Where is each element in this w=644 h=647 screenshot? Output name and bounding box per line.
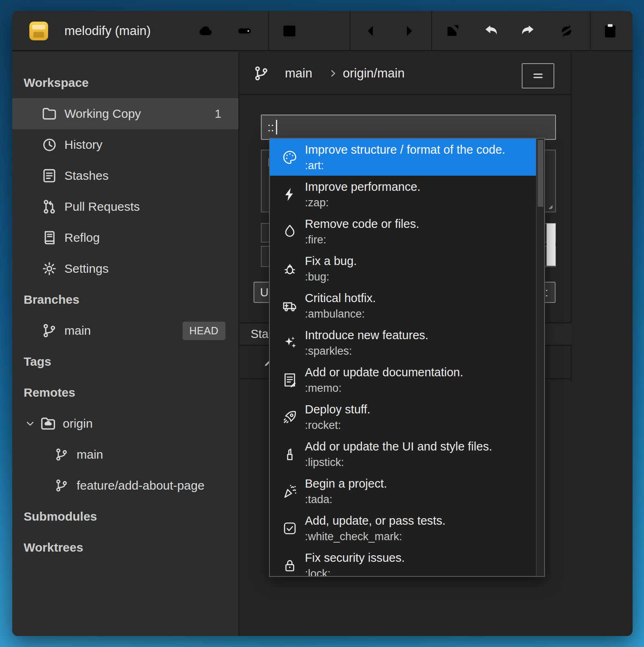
autocomplete-item-memo[interactable]: Add or update documentation.:memo: [270,361,536,398]
summary-text: :: [267,120,274,134]
autocomplete-item-white_check_mark[interactable]: Add, update, or pass tests.:white_check_… [270,510,536,547]
sidebar-item-history[interactable]: History [12,129,238,160]
sidebar-section-branches: Branches [12,284,238,315]
autocomplete-scrollbar[interactable] [536,139,544,576]
redo-icon[interactable] [519,22,537,40]
autocomplete-item-art[interactable]: Improve structure / format of the code.:… [270,139,536,176]
autocomplete-item-title: Begin a project. [305,475,387,492]
sidebar-item-feature-add-about-page[interactable]: feature/add-about-page [12,470,238,501]
sidebar-item-pull-requests[interactable]: Pull Requests [12,191,238,222]
sidebar: WorkspaceWorking Copy1HistoryStashesPull… [12,52,239,636]
share-icon[interactable] [443,22,461,40]
autocomplete-item-title: Add, update, or pass tests. [305,512,446,529]
autocomplete-item-title: Critical hotfix. [305,290,376,307]
commit-topbar: main origin/main [240,52,571,95]
fire-icon [281,223,298,240]
sidebar-item-stashes[interactable]: Stashes [12,160,238,191]
clipboard-icon[interactable] [601,22,619,40]
sidebar-section-submodules: Submodules [12,501,238,532]
autocomplete-item-title: Introduce new features. [305,327,428,344]
autocomplete-item-title: Add or update documentation. [305,364,463,381]
branch-icon [41,322,58,339]
scrollbar-thumb-white[interactable] [547,223,556,266]
toolbar-separator [590,11,591,51]
wand-icon[interactable] [319,22,337,40]
autocomplete-item-ambulance[interactable]: Critical hotfix.:ambulance: [270,287,536,324]
folder-icon [41,105,58,122]
branch-icon [54,447,69,462]
autocomplete-item-code: :rocket: [305,418,371,433]
autocomplete-item-fire[interactable]: Remove code or files.:fire: [270,213,536,250]
autocomplete-item-zap[interactable]: Improve performance.:zap: [270,176,536,213]
sidebar-item-settings[interactable]: Settings [12,253,238,284]
window-title: melodify (main) [64,11,151,51]
unstage-button-label: U [260,286,269,299]
sidebar-item-working-copy[interactable]: Working Copy1 [12,98,238,129]
autocomplete-item-title: Add or update the UI and style files. [305,438,492,455]
undo-icon[interactable] [482,22,500,40]
autocomplete-item-code: :memo: [305,381,463,396]
autocomplete-item-title: Fix security issues. [305,550,405,566]
toolbar-separator [431,11,432,51]
pull-request-icon [41,198,58,215]
resize-grip-icon[interactable] [544,200,554,210]
toolbar-separator [350,11,351,51]
memo-icon [281,371,298,389]
autocomplete-item-lock[interactable]: Fix security issues.:lock: [270,547,536,576]
breadcrumb-branch[interactable]: main [285,52,312,95]
app-window: melodify (main) WorkspaceWorking Copy1Hi… [12,11,633,636]
text-caret [276,120,277,135]
branch-icon [252,64,270,82]
branch-icon [54,478,69,493]
checkout-icon[interactable] [280,22,298,40]
art-icon [281,149,298,166]
sidebar-section-tags: Tags [12,346,238,377]
sidebar-item-main[interactable]: main [12,439,238,470]
autocomplete-item-bug[interactable]: Fix a bug.:bug: [270,250,536,287]
autocomplete-item-code: :ambulance: [305,307,376,322]
autocomplete-item-code: :white_check_mark: [305,529,446,544]
head-badge: HEAD [183,322,225,340]
autocomplete-item-sparkles[interactable]: Introduce new features.:sparkles: [270,324,536,361]
sidebar-section-workspace: Workspace [12,67,238,98]
autocomplete-item-code: :zap: [305,195,421,210]
back-icon[interactable] [362,22,380,40]
sync-icon[interactable] [558,22,576,40]
ambulance-icon [281,297,298,314]
autocomplete-item-tada[interactable]: Begin a project.:tada: [270,473,536,510]
autocomplete-item-code: :lipstick: [305,455,492,470]
sidebar-item-origin[interactable]: origin [12,408,238,439]
check-icon [281,520,298,537]
tada-icon [281,483,298,500]
reflog-icon [41,229,58,246]
sidebar-item-main[interactable]: mainHEAD [12,315,238,346]
history-icon [41,136,58,153]
autocomplete-item-rocket[interactable]: Deploy stuff.:rocket: [270,398,536,435]
sparkles-icon [281,334,298,351]
stashes-icon [41,167,58,184]
scrollbar-thumb[interactable] [538,140,543,207]
rocket-icon [281,409,298,426]
autocomplete-item-code: :fire: [305,232,419,247]
drive-icon[interactable] [236,22,254,40]
autocomplete-item-title: Fix a bug. [305,253,357,269]
breadcrumb-upstream[interactable]: origin/main [343,52,405,95]
toolbar-separator [268,11,269,51]
commit-summary-input[interactable]: :: [261,115,556,140]
bug-icon [281,260,298,277]
remote-icon [39,415,57,433]
autocomplete-item-title: Deploy stuff. [305,401,371,418]
forward-icon[interactable] [400,22,418,40]
titlebar: melodify (main) [12,11,633,51]
cloud-icon[interactable] [197,22,215,40]
autocomplete-item-code: :lock: [305,566,405,576]
lock-icon [281,557,298,574]
sidebar-item-reflog[interactable]: Reflog [12,222,238,253]
chevron-down-icon[interactable] [24,417,37,430]
autocomplete-item-code: :art: [305,158,505,173]
app-logo-icon [29,22,48,40]
commit-action-label: : [545,286,548,299]
menu-button[interactable] [522,63,554,88]
autocomplete-item-lipstick[interactable]: Add or update the UI and style files.:li… [270,435,536,473]
zap-icon [281,186,298,203]
